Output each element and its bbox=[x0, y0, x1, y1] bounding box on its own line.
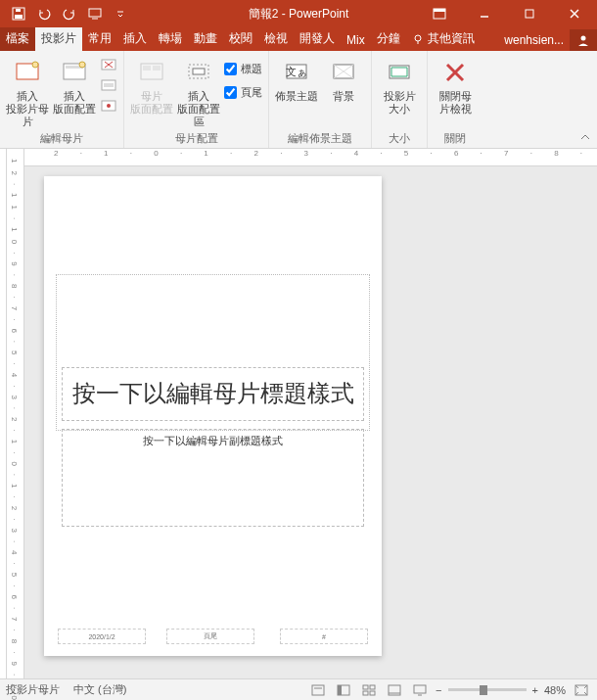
window-controls bbox=[417, 0, 597, 27]
share-button[interactable] bbox=[570, 29, 597, 51]
close-icon bbox=[439, 57, 471, 88]
group-edit-master: 插入 投影片母片 插入 版面配置 編輯母片 bbox=[0, 51, 124, 148]
slide-canvas[interactable]: 按一下以編輯母片標題樣式 按一下以編輯母片副標題樣式 2020/1/2 頁尾 # bbox=[24, 166, 597, 666]
zoom-out-button[interactable]: − bbox=[436, 684, 441, 696]
user-name[interactable]: wenhsien... bbox=[498, 29, 570, 51]
placeholder-icon bbox=[183, 57, 214, 88]
group-label-master-layout: 母片配置 bbox=[175, 129, 218, 148]
quick-access-toolbar bbox=[0, 1, 133, 26]
svg-rect-41 bbox=[370, 685, 375, 689]
svg-rect-5 bbox=[434, 9, 445, 12]
delete-button[interactable] bbox=[100, 57, 117, 75]
tab-transitions[interactable]: 轉場 bbox=[153, 26, 188, 51]
slideshow-button[interactable] bbox=[410, 682, 430, 698]
minimize-button[interactable] bbox=[462, 0, 507, 27]
themes-icon: 文ぁ bbox=[281, 57, 312, 88]
close-master-button[interactable]: 關閉母 片檢視 bbox=[434, 53, 477, 116]
title-placeholder[interactable]: 按一下以編輯母片標題樣式 bbox=[62, 367, 364, 421]
close-button[interactable] bbox=[552, 0, 597, 27]
group-close: 關閉母 片檢視 關閉 bbox=[428, 51, 482, 148]
svg-rect-39 bbox=[338, 685, 342, 695]
insert-placeholder-button[interactable]: 插入 版面配置區 bbox=[177, 53, 220, 129]
subtitle-placeholder[interactable]: 按一下以編輯母片副標題樣式 bbox=[62, 429, 364, 527]
tab-mix[interactable]: Mix bbox=[341, 29, 371, 51]
zoom-percent[interactable]: 48% bbox=[544, 684, 566, 696]
footer-placeholder[interactable]: 頁尾 bbox=[166, 629, 254, 644]
title-bar: 簡報2 - PowerPoint bbox=[0, 0, 597, 27]
svg-rect-46 bbox=[414, 685, 426, 693]
status-bar: 投影片母片 中文 (台灣) − + 48% bbox=[0, 678, 597, 700]
qat-customize-button[interactable] bbox=[108, 1, 133, 26]
normal-view-button[interactable] bbox=[334, 682, 353, 698]
zoom-slider[interactable] bbox=[448, 688, 527, 691]
lightbulb-icon bbox=[412, 33, 424, 45]
svg-point-14 bbox=[32, 62, 38, 68]
work-area: 1 按一下以編輯母片標題樣式 編輯母片文字樣式 — — — — 按一下以編輯母片… bbox=[0, 149, 597, 678]
slide-size-button[interactable]: 投影片 大小 bbox=[378, 53, 421, 116]
group-label-theme: 編輯佈景主題 bbox=[288, 129, 352, 148]
tell-me-label: 其他資訊 bbox=[428, 30, 475, 47]
group-label-size: 大小 bbox=[389, 129, 410, 148]
tab-animations[interactable]: 動畫 bbox=[188, 26, 223, 51]
background-icon bbox=[328, 57, 359, 88]
master-layout-button: 母片 版面配置 bbox=[130, 53, 173, 116]
tab-developer[interactable]: 開發人 bbox=[294, 26, 341, 51]
horizontal-ruler: 2 · 1 · 0 · 1 · 2 · 3 · 4 · 5 · 6 · 7 · … bbox=[24, 149, 597, 166]
insert-layout-button[interactable]: 插入 版面配置 bbox=[53, 53, 96, 116]
sorter-view-button[interactable] bbox=[359, 682, 379, 698]
person-icon bbox=[576, 33, 590, 47]
group-theme: 文ぁ 佈景主題 背景 編輯佈景主題 bbox=[269, 51, 372, 148]
master-layout-icon bbox=[136, 57, 167, 88]
svg-rect-26 bbox=[143, 66, 151, 70]
tab-review[interactable]: 校閱 bbox=[223, 26, 258, 51]
save-button[interactable] bbox=[6, 1, 31, 26]
title-checkbox[interactable]: 標題 bbox=[224, 59, 262, 78]
edit-area: 12·11·10·9·8·7·6·5·4·3·2·1·0·1·2·3·4·5·6… bbox=[7, 149, 597, 678]
tab-slide-master[interactable]: 投影片 bbox=[35, 26, 82, 51]
group-size: 投影片 大小 大小 bbox=[372, 51, 428, 148]
date-placeholder[interactable]: 2020/1/2 bbox=[58, 629, 146, 644]
slide: 按一下以編輯母片標題樣式 按一下以編輯母片副標題樣式 2020/1/2 頁尾 # bbox=[44, 176, 382, 656]
ribbon-tabs: 檔案 投影片 常用 插入 轉場 動畫 校閱 檢視 開發人 Mix 分鐘 其他資訊… bbox=[0, 27, 597, 51]
tab-view[interactable]: 檢視 bbox=[258, 26, 294, 51]
insert-slide-master-button[interactable]: 插入 投影片母片 bbox=[6, 53, 49, 129]
svg-rect-3 bbox=[89, 9, 101, 17]
ribbon-display-button[interactable] bbox=[417, 0, 462, 27]
tab-extra[interactable]: 分鐘 bbox=[371, 26, 406, 51]
slide-number-placeholder[interactable]: # bbox=[280, 629, 368, 644]
zoom-in-button[interactable]: + bbox=[532, 684, 538, 696]
svg-point-17 bbox=[79, 62, 85, 68]
group-master-layout: 母片 版面配置 插入 版面配置區 標題 頁尾 母片配置 bbox=[124, 51, 269, 148]
svg-rect-29 bbox=[193, 69, 205, 74]
undo-button[interactable] bbox=[31, 1, 57, 26]
rename-button[interactable] bbox=[100, 77, 117, 96]
redo-button[interactable] bbox=[57, 1, 82, 26]
tell-me[interactable]: 其他資訊 bbox=[406, 26, 481, 51]
collapse-ribbon-button[interactable] bbox=[577, 130, 593, 146]
svg-rect-36 bbox=[312, 685, 324, 695]
svg-rect-43 bbox=[370, 691, 375, 695]
ribbon: 插入 投影片母片 插入 版面配置 編輯母片 母片 版面配置 插入 版面配置區 bbox=[0, 51, 597, 149]
svg-rect-1 bbox=[15, 15, 23, 19]
footer-checkbox[interactable]: 頁尾 bbox=[224, 82, 262, 102]
maximize-button[interactable] bbox=[507, 0, 552, 27]
themes-button[interactable]: 文ぁ 佈景主題 bbox=[275, 53, 318, 103]
start-from-beginning-button[interactable] bbox=[82, 1, 108, 26]
file-tab[interactable]: 檔案 bbox=[0, 26, 35, 51]
svg-rect-42 bbox=[363, 691, 368, 695]
svg-rect-27 bbox=[153, 66, 161, 70]
fit-to-window-button[interactable] bbox=[572, 682, 591, 698]
svg-point-12 bbox=[581, 36, 586, 41]
layout-icon bbox=[59, 57, 90, 88]
background-button[interactable]: 背景 bbox=[322, 53, 365, 103]
master-small-buttons bbox=[100, 53, 117, 117]
tab-home[interactable]: 常用 bbox=[82, 26, 117, 51]
status-language[interactable]: 中文 (台灣) bbox=[73, 682, 126, 697]
tab-insert[interactable]: 插入 bbox=[117, 26, 153, 51]
notes-button[interactable] bbox=[308, 682, 328, 698]
preserve-button[interactable] bbox=[100, 98, 117, 117]
svg-text:文ぁ: 文ぁ bbox=[286, 66, 307, 78]
reading-view-button[interactable] bbox=[385, 682, 404, 698]
group-label-edit-master: 編輯母片 bbox=[40, 129, 83, 148]
thumbnail-panel: 1 按一下以編輯母片標題樣式 編輯母片文字樣式 — — — — 按一下以編輯母片… bbox=[0, 149, 7, 678]
